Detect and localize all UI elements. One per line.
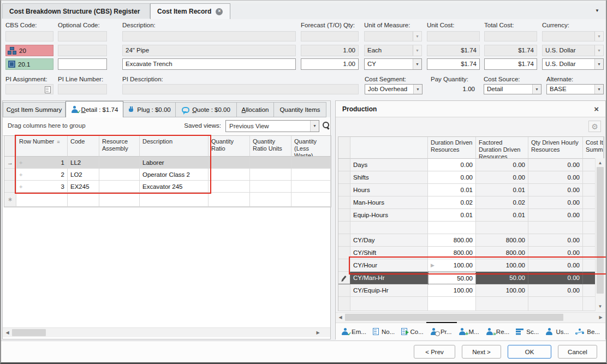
col-cost-item-summary[interactable]: Cost Item Summary — [583, 137, 604, 159]
next-button[interactable]: Next > — [462, 345, 501, 359]
tool-users[interactable]: Us... — [545, 328, 569, 335]
production-row-hours[interactable]: Hours 0.01 0.01 0.00 — [338, 184, 604, 196]
uom-dropdown[interactable]: CY — [364, 58, 422, 70]
horizontal-scrollbar[interactable]: ◀ ▶ — [3, 327, 330, 337]
production-row-equip-hours[interactable]: Equip-Hours 0.01 0.01 0.00 — [338, 209, 604, 222]
col-factored-duration-driven[interactable]: Factored Duration Driven Resources — [476, 137, 528, 159]
production-row-cy-shift[interactable]: CY/Shift 800.00 800.00 0.00 — [338, 247, 604, 259]
tool-production[interactable]: Pr... — [430, 328, 451, 335]
dropdown-arrow-icon[interactable] — [310, 121, 319, 132]
forecast-qty-label: Forecast (T/O) Qty: — [301, 22, 355, 28]
optional-code-label: Optional Code: — [58, 22, 100, 28]
saved-views-label: Saved views: — [166, 122, 221, 129]
alternate-dropdown[interactable]: BASE — [546, 84, 604, 94]
vertical-scrollbar[interactable]: ▲ ▼ — [595, 158, 605, 311]
person-icon — [545, 328, 553, 335]
tool-copy[interactable]: Co... — [401, 328, 423, 335]
tab-quantity-items[interactable]: Quantity Items — [274, 102, 326, 117]
cost-segment-dropdown[interactable]: Job Overhead — [365, 84, 422, 94]
dropdown-arrow-icon[interactable] — [594, 59, 603, 69]
dropdown-arrow-icon — [594, 45, 603, 56]
ok-button[interactable]: OK — [508, 345, 551, 359]
resource-new-row[interactable] — [4, 193, 331, 207]
close-icon[interactable] — [594, 105, 599, 113]
expand-icon[interactable]: + — [19, 183, 22, 190]
production-row-cy-man-hr[interactable]: CY/Man-Hr 50.00 50.00 0.00 — [338, 272, 604, 284]
tab-allocation[interactable]: Allocation — [237, 102, 274, 117]
tab-close-icon[interactable] — [216, 8, 223, 15]
total-cost-input[interactable]: $1.74 — [484, 58, 537, 70]
cbs-code-label: CBS Code: — [5, 22, 37, 28]
production-row-shifts[interactable]: Shifts 0.00 0.00 0.00 — [338, 171, 604, 184]
production-row-cy-equip-hr[interactable]: CY/Equip-Hr 100.00 100.00 0.00 — [338, 284, 604, 297]
tool-employees[interactable]: Em... — [341, 328, 366, 335]
tool-notes[interactable]: No... — [373, 328, 395, 335]
chevron-down-icon[interactable] — [595, 8, 599, 13]
prev-button[interactable]: < Prev — [414, 345, 455, 359]
tab-quote[interactable]: Quote : $0.00 — [176, 102, 237, 117]
resource-row-3[interactable]: +3 EX245 Excavator 245 — [4, 181, 331, 193]
production-row-man-hours[interactable]: Man-Hours 0.02 0.02 0.00 — [338, 196, 604, 209]
col-code[interactable]: Code — [68, 136, 99, 157]
resource-row-1[interactable]: +1 LL2 Laborer — [4, 157, 331, 169]
col-description[interactable]: Description — [140, 136, 209, 157]
col-qty-driven-hourly[interactable]: Qty Driven Hourly Resources — [528, 137, 583, 159]
scrollbar-thumb[interactable] — [12, 329, 46, 336]
cbs-code-parent-value: 20 — [19, 47, 26, 54]
production-bottom-toolbar: Em... No... Co... Pr... M... Re... — [336, 323, 605, 340]
tab-cost-item-record[interactable]: Cost Item Record — [150, 3, 230, 19]
col-duration-driven[interactable]: Duration Driven Resources — [428, 137, 476, 159]
tool-resources[interactable]: Re... — [486, 328, 509, 335]
tab-plug[interactable]: Plug : $0.00 — [123, 102, 176, 117]
group-by-bar[interactable]: Drag columns here to group Saved views: … — [3, 117, 330, 136]
saved-views-dropdown[interactable]: Previous View — [225, 120, 319, 132]
person-refresh-icon — [486, 328, 493, 335]
production-row-cy-day[interactable]: CY/Day 800.00 800.00 0.00 — [338, 234, 604, 247]
col-quantity-ratio[interactable]: Quantity Ratio — [209, 136, 250, 157]
settings-button[interactable] — [588, 121, 601, 132]
col-row-number[interactable]: Row Number — [16, 136, 68, 157]
unit-cost-input[interactable]: $1.74 — [427, 58, 480, 70]
forecast-qty-field-empty — [301, 31, 359, 41]
search-icon[interactable] — [322, 121, 330, 129]
dropdown-arrow-icon[interactable] — [532, 85, 541, 94]
col-quantity-less-waste[interactable]: Quantity (Less Waste) — [291, 136, 331, 157]
document-arrow-icon — [401, 328, 407, 335]
col-metric[interactable] — [350, 137, 428, 159]
dropdown-arrow-icon[interactable] — [413, 59, 421, 69]
production-row-cy-hour[interactable]: CY/Hour 100.00 100.00 0.00 — [338, 259, 604, 272]
expand-icon[interactable]: + — [19, 171, 22, 178]
tab-detail[interactable]: Detail : $1.74 — [66, 101, 123, 117]
tool-manage[interactable]: M... — [459, 328, 479, 335]
hierarchy-icon — [8, 47, 16, 54]
dropdown-arrow-icon[interactable] — [413, 85, 422, 94]
optional-code-input[interactable] — [58, 58, 107, 70]
pi-line-number-label: PI Line Number: — [58, 76, 103, 82]
tool-bell-curve[interactable]: Be... — [575, 329, 600, 335]
production-row-days[interactable]: Days 0.00 0.00 0.00 — [338, 159, 604, 171]
window-tabbar: Cost Breakdown Structure (CBS) Register … — [1, 3, 606, 20]
tab-cbs-register[interactable]: Cost Breakdown Structure (CBS) Register — [2, 3, 150, 19]
cbs-code-parent-cell[interactable]: 20 — [5, 45, 53, 56]
cancel-button[interactable]: Cancel — [558, 345, 597, 359]
description-input[interactable]: Excavate Trench — [122, 58, 296, 70]
unit-cost-field-empty — [427, 31, 480, 41]
expand-icon[interactable]: + — [19, 159, 22, 166]
dropdown-arrow-icon[interactable] — [594, 85, 603, 94]
edit-pencil-icon — [342, 276, 346, 281]
scrollbar-thumb[interactable] — [345, 314, 563, 321]
horizontal-scrollbar[interactable]: ◀ ▶ — [336, 312, 605, 322]
resource-row-2[interactable]: +2 LO2 Operator Class 2 — [4, 169, 331, 181]
cost-source-dropdown[interactable]: Detail — [484, 84, 541, 94]
forecast-qty-input[interactable]: 1.00 — [301, 58, 359, 70]
editing-cell[interactable]: 50.00 — [428, 272, 476, 284]
document-icon[interactable] — [45, 86, 51, 93]
scrollbar-thumb[interactable] — [597, 167, 604, 294]
pi-assignment-field[interactable] — [5, 84, 53, 94]
col-quantity-ratio-units[interactable]: Quantity Ratio Units — [250, 136, 291, 157]
tool-schedule[interactable]: Sc... — [516, 329, 539, 335]
col-resource-assembly[interactable]: Resource Assembly — [99, 136, 140, 157]
currency-dropdown[interactable]: U.S. Dollar — [542, 58, 604, 70]
tab-cost-item-summary[interactable]: Cost Item Summary — [3, 102, 66, 117]
cbs-code-child-cell[interactable]: 20.1 — [5, 58, 53, 70]
